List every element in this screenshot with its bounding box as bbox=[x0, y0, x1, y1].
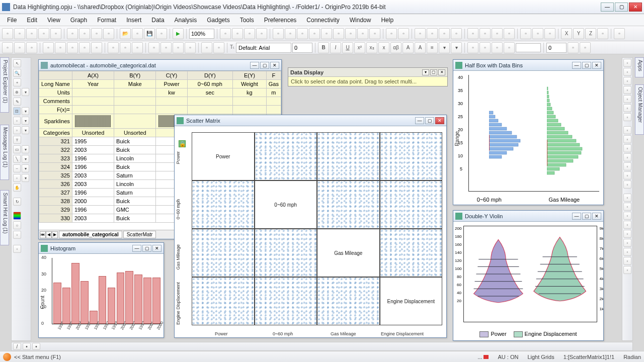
new-function-icon[interactable]: ▫ bbox=[103, 28, 114, 39]
tb2-icon[interactable]: ▫ bbox=[120, 42, 131, 53]
dd-dropdown-icon[interactable]: ▾ bbox=[422, 69, 429, 75]
menu-view[interactable]: View bbox=[42, 15, 65, 25]
restore-button[interactable]: ▢ bbox=[615, 3, 628, 12]
stats-icon[interactable]: ▫ bbox=[504, 28, 515, 39]
text-icon[interactable]: T bbox=[13, 136, 21, 144]
pointer-icon[interactable]: ↖ bbox=[13, 59, 21, 67]
sm-diag-label[interactable]: Power bbox=[192, 132, 255, 180]
dd-icon[interactable]: ▾ bbox=[22, 155, 29, 163]
mdi-maximize-button[interactable]: ▢ bbox=[582, 213, 591, 220]
decrease-font-icon[interactable]: A bbox=[415, 42, 426, 53]
rtool-icon[interactable]: ▫ bbox=[623, 266, 631, 274]
sm-scatter-cell[interactable] bbox=[192, 180, 255, 229]
fill-color-icon[interactable]: ▾ bbox=[451, 42, 462, 53]
rtool-icon[interactable]: ▫ bbox=[623, 171, 631, 179]
scatter-matrix-body[interactable]: 🔒 Power0~60 mphGas MileageEngine Displac… bbox=[175, 126, 446, 337]
grid-icon[interactable]: ▫ bbox=[256, 28, 267, 39]
new-layout-icon[interactable]: ▫ bbox=[91, 28, 102, 39]
plot-setup-icon[interactable]: ▫ bbox=[321, 28, 332, 39]
set-y-icon[interactable]: Y bbox=[573, 28, 584, 39]
font-size-combo[interactable]: 0 bbox=[292, 43, 312, 53]
highlight-icon[interactable]: ⊡ bbox=[13, 107, 21, 115]
stats-icon[interactable]: ▫ bbox=[492, 28, 503, 39]
new-excel-icon[interactable]: ▫ bbox=[67, 28, 78, 39]
open-icon[interactable]: 📂 bbox=[120, 28, 131, 39]
layer-mgmt-icon[interactable]: ▫ bbox=[333, 28, 344, 39]
set-z-icon[interactable]: Z bbox=[585, 28, 596, 39]
menu-window[interactable]: Window bbox=[345, 15, 376, 25]
mdi-maximize-button[interactable]: ▢ bbox=[142, 245, 151, 252]
rtool-icon[interactable]: ▫ bbox=[623, 144, 631, 152]
line-style-icon[interactable]: ▫ bbox=[504, 42, 515, 53]
dd-icon[interactable]: ▾ bbox=[22, 145, 29, 153]
btool-icon[interactable]: / bbox=[13, 343, 21, 350]
rtool-icon[interactable]: ▫ bbox=[623, 180, 631, 189]
subscript-icon[interactable]: x₂ bbox=[366, 42, 377, 53]
apps-tab[interactable]: Apps bbox=[635, 57, 644, 77]
menu-analysis[interactable]: Analysis bbox=[170, 15, 202, 25]
rtool-icon[interactable]: ▫ bbox=[623, 68, 631, 76]
menu-insert[interactable]: Insert bbox=[121, 15, 146, 25]
mdi-maximize-button[interactable]: ▢ bbox=[425, 117, 434, 124]
tb-icon[interactable]: ▫ bbox=[614, 28, 625, 39]
sup-sub-icon[interactable]: x bbox=[378, 42, 389, 53]
mdi-close-button[interactable]: ✕ bbox=[152, 245, 162, 252]
col-header[interactable]: E(Y) bbox=[233, 71, 267, 80]
font-family-combo[interactable]: Default: Arial bbox=[236, 43, 291, 53]
tb2-icon[interactable]: ▫ bbox=[148, 42, 159, 53]
start-orb-icon[interactable] bbox=[3, 353, 11, 361]
dd-icon[interactable]: ▾ bbox=[22, 126, 29, 134]
size-combo[interactable]: 0 bbox=[546, 43, 567, 53]
project-explorer-tab[interactable]: Project Explorer (1) bbox=[0, 57, 9, 113]
cursor-icon[interactable]: ⊕ bbox=[13, 88, 21, 96]
mdi-close-button[interactable]: ✕ bbox=[435, 117, 444, 124]
rtool-icon[interactable]: ▫ bbox=[623, 59, 631, 67]
merge-icon[interactable]: ▫ bbox=[309, 28, 320, 39]
rtool-icon[interactable]: ▫ bbox=[623, 248, 631, 256]
col-icon[interactable]: ▫ bbox=[451, 28, 462, 39]
tb2-icon[interactable]: ▫ bbox=[14, 42, 25, 53]
col-icon[interactable]: ▫ bbox=[439, 28, 450, 39]
sm-diag-label[interactable]: Gas Mileage bbox=[317, 229, 380, 277]
line-color-icon[interactable]: ▫ bbox=[492, 42, 503, 53]
histogram-body[interactable]: Count 1996199920041995199819921993200320… bbox=[39, 254, 164, 337]
tb2-icon[interactable]: ▫ bbox=[91, 42, 102, 53]
histogram-bar[interactable] bbox=[108, 288, 116, 324]
dd-close-icon[interactable]: ✕ bbox=[438, 69, 445, 75]
zoom-tool-icon[interactable]: 🔍 bbox=[13, 69, 21, 77]
tb2-icon[interactable]: ▫ bbox=[108, 42, 119, 53]
btool-icon[interactable]: • bbox=[23, 343, 31, 350]
smart-hint-tab[interactable]: Smart Hint Log (1) bbox=[0, 190, 9, 245]
rtool-icon[interactable]: ▫ bbox=[623, 221, 631, 229]
histogram-bar[interactable] bbox=[53, 283, 61, 324]
tb2-icon[interactable]: ▫ bbox=[201, 42, 212, 53]
colormap-icon[interactable]: ▫ bbox=[357, 28, 368, 39]
histogram-window[interactable]: Histogram — ▢ ✕ Count 199619992004199519… bbox=[38, 242, 164, 338]
col-header[interactable]: B(Y) bbox=[114, 71, 156, 80]
save-icon[interactable]: 💾 bbox=[144, 28, 155, 39]
rect-icon[interactable]: ▭ bbox=[13, 145, 21, 153]
col-header[interactable]: A(X) bbox=[72, 71, 114, 80]
tb2-icon[interactable]: ▫ bbox=[173, 42, 184, 53]
histogram-plot[interactable]: 1996199920041995199819921993200320021997… bbox=[52, 258, 160, 324]
tb2-icon[interactable]: ▫ bbox=[2, 42, 13, 53]
col-header[interactable]: F bbox=[266, 71, 281, 80]
align-icon[interactable]: ≡ bbox=[427, 42, 438, 53]
tab-nav-next[interactable]: ▶ bbox=[52, 231, 58, 238]
violin-window[interactable]: Double-Y Violin — ▢ ✕ 200 180 160 bbox=[453, 210, 604, 341]
histogram-bar[interactable] bbox=[143, 278, 151, 324]
rtool-icon[interactable]: ▫ bbox=[623, 135, 631, 143]
tb-icon[interactable]: ▫ bbox=[398, 28, 409, 39]
new-matrix-icon[interactable]: ▫ bbox=[38, 28, 49, 39]
sm-scatter-cell[interactable] bbox=[380, 132, 443, 180]
menu-data[interactable]: Data bbox=[146, 15, 169, 25]
rtool-icon[interactable]: ▫ bbox=[623, 77, 631, 85]
line-color-icon[interactable]: ▫ bbox=[479, 42, 491, 53]
sheet-tab[interactable]: ScatterMatr bbox=[123, 231, 156, 238]
save-template-icon[interactable]: ▫ bbox=[156, 28, 167, 39]
threed-icon[interactable]: ▫ bbox=[369, 28, 380, 39]
print-icon[interactable]: ▫ bbox=[220, 28, 231, 39]
col-icon[interactable]: ▫ bbox=[427, 28, 438, 39]
new-folder-icon[interactable]: ▫ bbox=[14, 28, 25, 39]
mdi-maximize-button[interactable]: ▢ bbox=[582, 62, 591, 69]
